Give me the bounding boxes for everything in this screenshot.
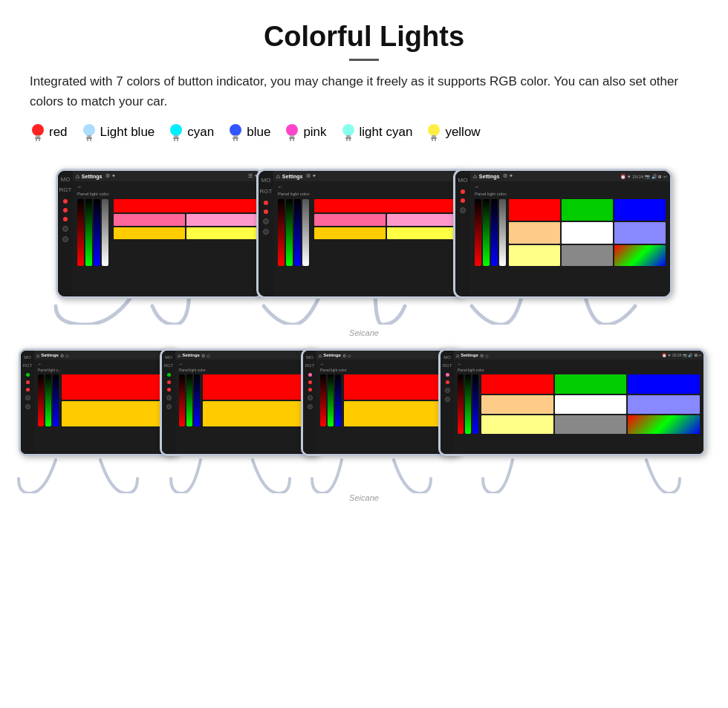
blue-bulb-icon — [227, 122, 244, 143]
color-item-red: red — [30, 122, 68, 143]
screens-row-2: MO RGT ⌂ Settings ⚙ ◇ — [0, 341, 728, 493]
yellow-bulb-icon — [426, 122, 442, 143]
svg-rect-32 — [431, 137, 437, 139]
page-title: Colorful Lights — [30, 21, 698, 53]
screen-6: MO RGT ⌂ Settings ⚙ ◇ — [301, 348, 461, 456]
svg-point-30 — [428, 124, 440, 136]
cyan-label: cyan — [187, 125, 214, 140]
lightblue-bulb-icon — [81, 122, 97, 143]
color-item-pink: pink — [284, 122, 326, 143]
watermark-2: Seicane — [0, 493, 728, 502]
red-label: red — [49, 125, 68, 140]
svg-point-10 — [170, 124, 182, 136]
svg-rect-17 — [233, 137, 238, 139]
color-item-cyan: cyan — [168, 122, 214, 143]
page-description: Integrated with 7 colors of button indic… — [30, 71, 698, 111]
svg-point-25 — [342, 124, 354, 136]
yellow-label: yellow — [445, 125, 480, 140]
sidebar-icons-1: MO RGT — [58, 171, 73, 296]
blue-label: blue — [247, 125, 270, 140]
svg-rect-2 — [35, 137, 41, 139]
svg-rect-11 — [174, 135, 178, 137]
lightcyan-label: light cyan — [360, 125, 413, 140]
screen-4: MO RGT ⌂ Settings ⚙ ◇ — [19, 348, 178, 456]
svg-rect-21 — [290, 135, 294, 137]
svg-rect-12 — [173, 137, 179, 139]
svg-point-0 — [32, 124, 44, 136]
screen-7: MO RGT ⌂ Settings ⚙ ◇ ⏰ ▼ 20:24 📷 🔊 🖥 ↩ — [438, 348, 706, 456]
lightblue-label: Light blue — [100, 125, 155, 140]
svg-rect-7 — [86, 137, 92, 139]
pink-bulb-icon — [284, 122, 300, 143]
cables-row-2 — [15, 456, 713, 493]
svg-rect-16 — [233, 135, 238, 137]
title-divider — [349, 59, 379, 61]
svg-point-5 — [83, 124, 95, 136]
lightcyan-bulb-icon — [340, 122, 357, 143]
svg-rect-31 — [432, 135, 436, 137]
svg-rect-27 — [345, 137, 351, 139]
svg-rect-22 — [289, 137, 295, 139]
screens-row-1: MO RGT ⌂ Settings ⚙ ✦ — [0, 157, 728, 325]
screen-5: MO RGT ⌂ Settings ⚙ ◇ — [160, 348, 319, 456]
watermark-1: Seicane — [0, 328, 728, 337]
pink-label: pink — [303, 125, 326, 140]
color-item-yellow: yellow — [426, 122, 480, 143]
color-indicators-row: red Light blue cyan — [30, 122, 698, 150]
screen-2: MO RGT ⌂ Settings ⚙ ✦ — [256, 169, 464, 299]
svg-rect-1 — [36, 135, 40, 137]
screen-1: MO RGT ⌂ Settings ⚙ ✦ — [56, 169, 264, 299]
cyan-bulb-icon — [168, 122, 184, 143]
svg-rect-6 — [87, 135, 91, 137]
svg-point-15 — [230, 124, 241, 136]
color-item-blue: blue — [227, 122, 270, 143]
screen-3: MO ⌂ Settings ⚙ ✦ ⏰ ▼ 20:24 📷 🔊 🖥 ↩ — [453, 169, 672, 299]
color-item-lightblue: Light blue — [81, 122, 155, 143]
svg-point-20 — [286, 124, 298, 136]
page-header: Colorful Lights Integrated with 7 colors… — [0, 0, 728, 157]
red-bulb-icon — [30, 122, 46, 143]
svg-rect-26 — [346, 135, 351, 137]
color-item-lightcyan: light cyan — [340, 122, 413, 143]
